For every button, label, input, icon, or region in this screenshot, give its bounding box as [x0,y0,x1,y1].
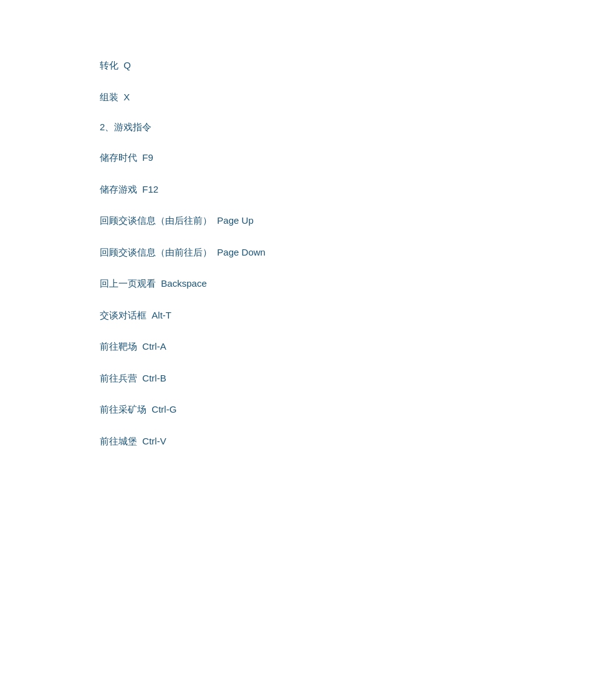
shortcut-key-review-back: Page Up [217,214,253,228]
shortcut-row-zhuanhua: 转化 Q [100,50,589,82]
shortcut-row-goto-castle: 前往城堡 Ctrl-V [100,426,589,458]
shortcut-label-save-game: 储存游戏 [100,183,137,197]
shortcut-label-goto-range: 前往靶场 [100,340,137,354]
shortcut-key-save-era: F9 [142,151,153,165]
shortcut-row-goto-mine: 前往采矿场 Ctrl-G [100,394,589,426]
shortcut-key-goto-castle: Ctrl-V [142,434,166,449]
shortcut-key-goto-barracks: Ctrl-B [142,372,166,386]
shortcut-label-section-game: 2、游戏指令 [100,122,151,133]
shortcut-label-zhuanhua: 转化 [100,59,118,73]
shortcut-key-zhuanhua: Q [123,59,131,73]
shortcut-row-section-game: 2、游戏指令 [100,113,589,142]
shortcut-row-zuzhuang: 组装 X [100,82,589,113]
shortcut-row-review-back: 回顾交谈信息（由后往前） Page Up [100,205,589,237]
shortcut-key-prev-page: Backspace [161,277,206,291]
shortcut-key-goto-range: Ctrl-A [142,340,166,354]
shortcut-label-zuzhuang: 组装 [100,90,118,105]
shortcut-label-review-forward: 回顾交谈信息（由前往后） [100,246,212,260]
shortcut-label-dialog-box: 交谈对话框 [100,309,146,323]
shortcut-label-review-back: 回顾交谈信息（由后往前） [100,214,212,228]
shortcut-key-goto-mine: Ctrl-G [151,403,176,417]
shortcut-row-save-game: 储存游戏 F12 [100,174,589,206]
shortcut-label-goto-castle: 前往城堡 [100,434,137,449]
shortcut-row-review-forward: 回顾交谈信息（由前往后） Page Down [100,237,589,269]
main-content: 转化 Q组装 X2、游戏指令储存时代 F9储存游戏 F12回顾交谈信息（由后往前… [0,0,589,507]
shortcut-row-goto-barracks: 前往兵营 Ctrl-B [100,363,589,395]
shortcut-key-dialog-box: Alt-T [151,309,171,323]
shortcut-label-prev-page: 回上一页观看 [100,277,156,291]
shortcut-label-goto-mine: 前往采矿场 [100,403,146,417]
shortcut-row-prev-page: 回上一页观看 Backspace [100,268,589,300]
shortcut-label-goto-barracks: 前往兵营 [100,372,137,386]
shortcut-row-dialog-box: 交谈对话框 Alt-T [100,300,589,332]
shortcut-key-review-forward: Page Down [217,246,266,260]
shortcut-key-save-game: F12 [142,183,158,197]
shortcut-row-goto-range: 前往靶场 Ctrl-A [100,331,589,363]
shortcut-row-save-era: 储存时代 F9 [100,142,589,174]
shortcut-key-zuzhuang: X [123,90,130,105]
shortcut-label-save-era: 储存时代 [100,151,137,165]
